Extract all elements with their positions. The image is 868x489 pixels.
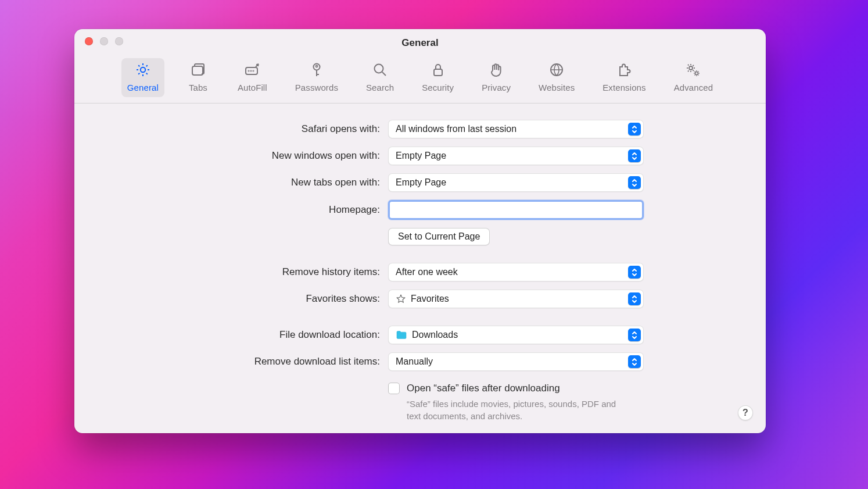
favorites-shows-label: Favorites shows: bbox=[98, 293, 388, 305]
svg-point-4 bbox=[250, 70, 252, 72]
chevron-up-down-icon bbox=[628, 149, 641, 162]
chevron-up-down-icon bbox=[628, 329, 641, 341]
key-icon bbox=[309, 62, 325, 80]
remove-history-popup[interactable]: After one week bbox=[388, 263, 644, 281]
tab-advanced[interactable]: Advanced bbox=[668, 58, 719, 97]
chevron-up-down-icon bbox=[628, 355, 641, 368]
svg-point-12 bbox=[695, 72, 698, 75]
favorites-shows-value: Favorites bbox=[411, 294, 449, 304]
tab-tabs[interactable]: Tabs bbox=[181, 58, 216, 97]
svg-rect-9 bbox=[434, 69, 442, 76]
chevron-up-down-icon bbox=[628, 266, 641, 279]
new-tabs-popup[interactable]: Empty Page bbox=[388, 173, 644, 192]
tab-label: Search bbox=[366, 83, 394, 92]
remove-downloads-popup[interactable]: Manually bbox=[388, 352, 644, 371]
download-location-popup[interactable]: Downloads bbox=[388, 326, 644, 344]
safe-files-help-text: “Safe” files include movies, pictures, s… bbox=[407, 398, 627, 422]
tab-label: Tabs bbox=[189, 83, 207, 92]
general-content: Safari opens with: All windows from last… bbox=[74, 103, 766, 433]
svg-point-8 bbox=[375, 65, 383, 73]
new-windows-label: New windows open with: bbox=[98, 150, 388, 162]
puzzle-icon bbox=[616, 62, 632, 80]
help-button[interactable]: ? bbox=[738, 405, 753, 420]
tab-label: Privacy bbox=[482, 83, 511, 92]
chevron-up-down-icon bbox=[628, 123, 641, 135]
new-tabs-label: New tabs open with: bbox=[98, 177, 388, 188]
traffic-lights bbox=[85, 37, 123, 45]
hand-icon bbox=[488, 62, 504, 80]
tab-label: Passwords bbox=[295, 83, 338, 92]
window-zoom-button[interactable] bbox=[115, 37, 123, 45]
globe-icon bbox=[548, 62, 565, 80]
gears-icon bbox=[685, 62, 701, 80]
tab-privacy[interactable]: Privacy bbox=[476, 58, 517, 97]
tabs-icon bbox=[190, 62, 206, 80]
svg-point-5 bbox=[253, 70, 254, 72]
tab-security[interactable]: Security bbox=[416, 58, 460, 97]
chevron-up-down-icon bbox=[628, 292, 641, 305]
set-current-page-button[interactable]: Set to Current Page bbox=[388, 228, 490, 245]
svg-rect-1 bbox=[192, 66, 203, 75]
svg-point-11 bbox=[689, 66, 693, 70]
tab-search[interactable]: Search bbox=[360, 58, 400, 97]
tab-label: Extensions bbox=[602, 83, 645, 92]
opens-with-popup[interactable]: All windows from last session bbox=[388, 120, 644, 138]
homepage-label: Homepage: bbox=[98, 204, 388, 216]
tab-label: Security bbox=[422, 83, 454, 92]
titlebar: General bbox=[74, 29, 766, 57]
tab-label: Advanced bbox=[674, 83, 713, 92]
remove-downloads-label: Remove download list items: bbox=[98, 356, 388, 367]
svg-point-0 bbox=[141, 67, 145, 72]
remove-downloads-value: Manually bbox=[396, 356, 628, 367]
lock-icon bbox=[430, 62, 446, 80]
svg-point-7 bbox=[315, 65, 317, 67]
window-minimize-button[interactable] bbox=[100, 37, 108, 45]
remove-history-value: After one week bbox=[396, 267, 628, 277]
tab-websites[interactable]: Websites bbox=[533, 58, 580, 97]
download-location-label: File download location: bbox=[98, 329, 388, 341]
window-close-button[interactable] bbox=[85, 37, 93, 45]
open-safe-files-label: Open “safe” files after downloading bbox=[407, 383, 560, 394]
new-windows-value: Empty Page bbox=[396, 151, 628, 161]
opens-with-value: All windows from last session bbox=[396, 124, 628, 134]
favorites-shows-popup[interactable]: Favorites bbox=[388, 290, 644, 308]
remove-history-label: Remove history items: bbox=[98, 266, 388, 278]
homepage-input[interactable] bbox=[388, 200, 644, 220]
preferences-window: General General Tabs AutoFill Password bbox=[74, 29, 766, 433]
svg-point-3 bbox=[248, 70, 249, 72]
download-location-value: Downloads bbox=[412, 330, 458, 340]
open-safe-files-checkbox[interactable] bbox=[388, 383, 400, 394]
tab-label: Websites bbox=[539, 83, 575, 92]
new-tabs-value: Empty Page bbox=[396, 177, 628, 188]
window-title: General bbox=[74, 29, 766, 49]
autofill-icon bbox=[244, 62, 260, 80]
tab-passwords[interactable]: Passwords bbox=[289, 58, 344, 97]
chevron-up-down-icon bbox=[628, 176, 641, 189]
gear-icon bbox=[135, 62, 151, 80]
star-icon bbox=[396, 294, 406, 304]
folder-icon bbox=[396, 330, 407, 340]
tab-label: AutoFill bbox=[238, 83, 267, 92]
tab-extensions[interactable]: Extensions bbox=[597, 58, 651, 97]
new-windows-popup[interactable]: Empty Page bbox=[388, 147, 644, 165]
tab-general[interactable]: General bbox=[121, 58, 164, 97]
tab-autofill[interactable]: AutoFill bbox=[232, 58, 273, 97]
preferences-toolbar: General Tabs AutoFill Passwords Search bbox=[74, 57, 766, 103]
tab-label: General bbox=[127, 83, 159, 92]
opens-with-label: Safari opens with: bbox=[98, 123, 388, 135]
search-icon bbox=[372, 62, 388, 80]
